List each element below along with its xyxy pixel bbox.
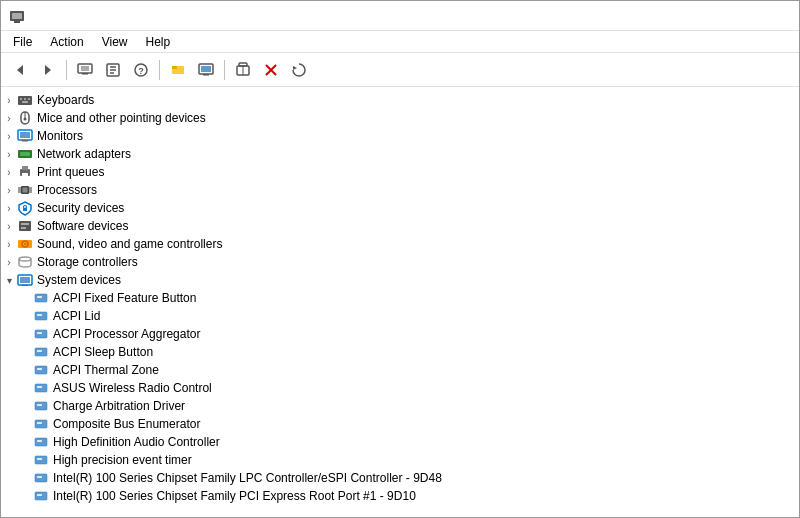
svg-rect-20 xyxy=(239,63,247,66)
menu-action[interactable]: Action xyxy=(42,33,91,51)
item-label: Storage controllers xyxy=(37,253,138,271)
item-label: Intel(R) 100 Series Chipset Family LPC C… xyxy=(53,469,442,487)
back-button[interactable] xyxy=(7,57,33,83)
item-label: ACPI Sleep Button xyxy=(53,343,153,361)
item-label: System devices xyxy=(37,271,121,289)
leaf-expander xyxy=(17,415,33,433)
device-tree[interactable]: › Keyboards › Mice and other pointing de… xyxy=(1,87,799,517)
tree-item[interactable]: ASUS Wireless Radio Control xyxy=(1,379,799,397)
expand-expander[interactable]: › xyxy=(1,91,17,109)
tree-item[interactable]: ACPI Thermal Zone xyxy=(1,361,799,379)
item-label: Keyboards xyxy=(37,91,94,109)
separator-1 xyxy=(66,60,67,80)
item-icon-keyboard xyxy=(17,92,33,108)
menu-help[interactable]: Help xyxy=(138,33,179,51)
tree-item[interactable]: › Keyboards xyxy=(1,91,799,109)
expand-expander[interactable]: › xyxy=(1,145,17,163)
item-label: Composite Bus Enumerator xyxy=(53,415,200,433)
maximize-button[interactable] xyxy=(699,1,745,31)
uninstall-button[interactable] xyxy=(258,57,284,83)
menu-file[interactable]: File xyxy=(5,33,40,51)
tree-item[interactable]: Intel(R) 100 Series Chipset Family PCI E… xyxy=(1,487,799,505)
tree-item[interactable]: High Definition Audio Controller xyxy=(1,433,799,451)
expand-expander[interactable]: › xyxy=(1,181,17,199)
help-button[interactable]: ? xyxy=(128,57,154,83)
svg-rect-39 xyxy=(22,166,28,170)
tree-item[interactable]: Composite Bus Enumerator xyxy=(1,415,799,433)
svg-rect-6 xyxy=(81,66,89,71)
tree-item[interactable]: ACPI Fixed Feature Button xyxy=(1,289,799,307)
tree-item[interactable]: › Monitors xyxy=(1,127,799,145)
svg-rect-82 xyxy=(37,476,42,478)
expand-expander[interactable]: › xyxy=(1,163,17,181)
svg-rect-70 xyxy=(37,368,42,370)
svg-rect-51 xyxy=(19,221,31,231)
tree-item[interactable]: Charge Arbitration Driver xyxy=(1,397,799,415)
menu-view[interactable]: View xyxy=(94,33,136,51)
svg-rect-25 xyxy=(18,96,32,105)
svg-marker-4 xyxy=(45,65,51,75)
monitor-button[interactable] xyxy=(193,57,219,83)
tree-item[interactable]: High precision event timer xyxy=(1,451,799,469)
item-label: Monitors xyxy=(37,127,83,145)
item-label: ASUS Wireless Radio Control xyxy=(53,379,212,397)
tree-item[interactable]: › Storage controllers xyxy=(1,253,799,271)
item-label: ACPI Processor Aggregator xyxy=(53,325,200,343)
title-bar xyxy=(1,1,799,31)
drivers-button[interactable] xyxy=(165,57,191,83)
item-icon-device xyxy=(33,398,49,414)
svg-marker-3 xyxy=(17,65,23,75)
tree-item[interactable]: ACPI Sleep Button xyxy=(1,343,799,361)
expand-expander[interactable]: › xyxy=(1,127,17,145)
computer-button[interactable] xyxy=(72,57,98,83)
update-button[interactable] xyxy=(286,57,312,83)
tree-item[interactable]: › Processors xyxy=(1,181,799,199)
svg-rect-78 xyxy=(37,440,42,442)
svg-rect-76 xyxy=(37,422,42,424)
tree-item[interactable]: › Security devices xyxy=(1,199,799,217)
collapse-expander[interactable]: ▾ xyxy=(1,271,17,289)
item-icon-device xyxy=(33,344,49,360)
expand-expander[interactable]: › xyxy=(1,217,17,235)
window-controls xyxy=(653,1,791,31)
expand-expander[interactable]: › xyxy=(1,109,17,127)
tree-item[interactable]: ▾ System devices xyxy=(1,271,799,289)
expand-expander[interactable]: › xyxy=(1,253,17,271)
tree-item[interactable]: ACPI Lid xyxy=(1,307,799,325)
svg-rect-60 xyxy=(22,285,28,286)
item-label: Network adapters xyxy=(37,145,131,163)
tree-item[interactable]: Intel(R) 100 Series Chipset Family LPC C… xyxy=(1,469,799,487)
leaf-expander xyxy=(17,361,33,379)
leaf-expander xyxy=(17,343,33,361)
item-icon-print xyxy=(17,164,33,180)
forward-button[interactable] xyxy=(35,57,61,83)
tree-item[interactable]: › Network adapters xyxy=(1,145,799,163)
item-label: ACPI Fixed Feature Button xyxy=(53,289,196,307)
leaf-expander xyxy=(17,379,33,397)
scan-button[interactable] xyxy=(230,57,256,83)
tree-item[interactable]: › Sound, video and game controllers xyxy=(1,235,799,253)
minimize-button[interactable] xyxy=(653,1,699,31)
item-icon-device xyxy=(33,362,49,378)
item-icon-device xyxy=(33,416,49,432)
leaf-expander xyxy=(17,307,33,325)
tree-item[interactable]: › Print queues xyxy=(1,163,799,181)
svg-point-50 xyxy=(24,206,27,209)
properties-button[interactable] xyxy=(100,57,126,83)
item-icon-device xyxy=(33,326,49,342)
svg-rect-66 xyxy=(37,332,42,334)
leaf-expander xyxy=(17,433,33,451)
svg-rect-18 xyxy=(203,74,209,76)
svg-rect-64 xyxy=(37,314,42,316)
app-icon xyxy=(9,8,25,24)
tree-item[interactable]: › Software devices xyxy=(1,217,799,235)
leaf-expander xyxy=(17,487,33,505)
expand-expander[interactable]: › xyxy=(1,235,17,253)
tree-item[interactable]: › Mice and other pointing devices xyxy=(1,109,799,127)
item-icon-software xyxy=(17,218,33,234)
close-button[interactable] xyxy=(745,1,791,31)
item-icon-security xyxy=(17,200,33,216)
expand-expander[interactable]: › xyxy=(1,199,17,217)
svg-rect-2 xyxy=(14,21,20,23)
tree-item[interactable]: ACPI Processor Aggregator xyxy=(1,325,799,343)
